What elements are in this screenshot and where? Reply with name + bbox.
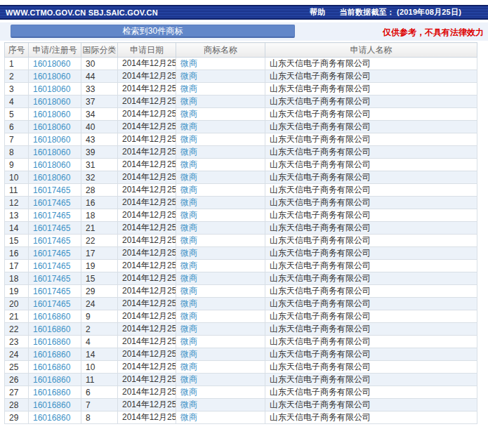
trademark-name-link[interactable]: 微商 (180, 84, 197, 93)
cell-index: 21 (5, 310, 29, 323)
trademark-name-link[interactable]: 微商 (180, 210, 197, 220)
cell-trademark: 微商 (176, 323, 265, 336)
registration-number-link[interactable]: 16018060 (33, 135, 70, 145)
registration-number-link[interactable]: 16016860 (33, 337, 70, 347)
help-link[interactable]: 帮助 (310, 7, 325, 18)
registration-number-link[interactable]: 16017465 (33, 185, 70, 195)
table-row: 26 16016860 11 2014年12月25日 微商 山东天信电子商务有限… (5, 374, 477, 386)
trademark-name-link[interactable]: 微商 (180, 96, 197, 106)
trademark-name-link[interactable]: 微商 (180, 235, 197, 245)
result-count-button[interactable]: 检索到30件商标 (11, 25, 295, 38)
registration-number-link[interactable]: 16016860 (33, 388, 70, 397)
registration-number-link[interactable]: 16017465 (33, 249, 70, 258)
registration-number-link[interactable]: 16018060 (33, 147, 70, 157)
trademark-name-link[interactable]: 微商 (180, 362, 197, 371)
cell-applicant: 山东天信电子商务有限公司 (265, 298, 477, 310)
cell-trademark: 微商 (176, 310, 265, 323)
cell-index: 6 (5, 121, 29, 133)
cell-date: 2014年12月25日 (118, 58, 176, 70)
trademark-name-link[interactable]: 微商 (180, 134, 197, 144)
registration-number-link[interactable]: 16018060 (33, 110, 70, 119)
table-row: 28 16016860 7 2014年12月25日 微商 山东天信电子商务有限公… (5, 399, 477, 411)
registration-number-link[interactable]: 16016860 (33, 362, 70, 372)
col-header-trademark-name: 商标名称 (176, 43, 265, 58)
registration-number-link[interactable]: 16017465 (33, 286, 70, 296)
registration-number-link[interactable]: 16017465 (33, 211, 70, 220)
cell-index: 15 (5, 235, 29, 247)
registration-number-link[interactable]: 16017465 (33, 274, 70, 284)
site-title: WWW.CTMO.GOV.CN SBJ.SAIC.GOV.CN (6, 8, 158, 17)
cell-index: 18 (5, 272, 29, 285)
cell-trademark: 微商 (176, 121, 265, 133)
cell-intl-class: 21 (81, 222, 118, 235)
cell-date: 2014年12月25日 (118, 146, 176, 159)
trademark-name-link[interactable]: 微商 (180, 159, 197, 169)
registration-number-link[interactable]: 16018060 (33, 59, 70, 69)
registration-number-link[interactable]: 16018060 (33, 160, 70, 170)
cell-intl-class: 22 (81, 235, 118, 247)
cell-reg-no: 16017465 (29, 272, 81, 285)
cell-applicant: 山东天信电子商务有限公司 (265, 197, 477, 209)
registration-number-link[interactable]: 16018060 (33, 122, 70, 132)
trademark-name-link[interactable]: 微商 (180, 109, 197, 119)
trademark-name-link[interactable]: 微商 (180, 58, 197, 68)
trademark-name-link[interactable]: 微商 (180, 387, 197, 397)
trademark-name-link[interactable]: 微商 (180, 197, 197, 207)
cell-reg-no: 16017465 (29, 285, 81, 298)
registration-number-link[interactable]: 16016860 (33, 400, 70, 410)
trademark-name-link[interactable]: 微商 (180, 71, 197, 81)
cell-reg-no: 16018060 (29, 58, 81, 70)
trademark-name-link[interactable]: 微商 (180, 172, 197, 182)
trademark-name-link[interactable]: 微商 (180, 273, 197, 283)
trademark-name-link[interactable]: 微商 (180, 248, 197, 258)
trademark-name-link[interactable]: 微商 (180, 336, 197, 346)
table-row: 24 16016860 14 2014年12月25日 微商 山东天信电子商务有限… (5, 348, 477, 361)
cell-intl-class: 32 (81, 171, 118, 184)
cell-applicant: 山东天信电子商务有限公司 (265, 133, 477, 146)
trademark-name-link[interactable]: 微商 (180, 324, 197, 334)
registration-number-link[interactable]: 16017465 (33, 198, 70, 208)
cell-applicant: 山东天信电子商务有限公司 (265, 247, 477, 260)
trademark-name-link[interactable]: 微商 (180, 286, 197, 296)
registration-number-link[interactable]: 16016860 (33, 375, 70, 385)
trademark-name-link[interactable]: 微商 (180, 261, 197, 270)
trademark-name-link[interactable]: 微商 (180, 412, 197, 422)
cell-date: 2014年12月25日 (118, 386, 176, 399)
trademark-name-link[interactable]: 微商 (180, 311, 197, 321)
cell-reg-no: 16017465 (29, 235, 81, 247)
cell-applicant: 山东天信电子商务有限公司 (265, 184, 477, 197)
registration-number-link[interactable]: 16017465 (33, 299, 70, 309)
cell-date: 2014年12月25日 (118, 310, 176, 323)
cell-applicant: 山东天信电子商务有限公司 (265, 310, 477, 323)
trademark-name-link[interactable]: 微商 (180, 374, 197, 384)
registration-number-link[interactable]: 16018060 (33, 72, 70, 81)
registration-number-link[interactable]: 16018060 (33, 84, 70, 94)
trademark-name-link[interactable]: 微商 (180, 400, 197, 409)
registration-number-link[interactable]: 16017465 (33, 236, 70, 246)
cell-index: 12 (5, 197, 29, 209)
trademark-name-link[interactable]: 微商 (180, 223, 197, 232)
trademark-name-link[interactable]: 微商 (180, 298, 197, 308)
registration-number-link[interactable]: 16016860 (33, 324, 70, 334)
trademark-name-link[interactable]: 微商 (180, 121, 197, 131)
cell-trademark: 微商 (176, 399, 265, 411)
registration-number-link[interactable]: 16016860 (33, 350, 70, 360)
trademark-name-link[interactable]: 微商 (180, 185, 197, 195)
cell-reg-no: 16017465 (29, 298, 81, 310)
cell-trademark: 微商 (176, 247, 265, 260)
registration-number-link[interactable]: 16017465 (33, 261, 70, 271)
registration-number-link[interactable]: 16018060 (33, 97, 70, 107)
cell-index: 14 (5, 222, 29, 235)
registration-number-link[interactable]: 16016860 (33, 413, 70, 423)
trademark-name-link[interactable]: 微商 (180, 147, 197, 157)
cell-reg-no: 16017465 (29, 209, 81, 222)
cell-index: 11 (5, 184, 29, 197)
registration-number-link[interactable]: 16016860 (33, 312, 70, 322)
registration-number-link[interactable]: 16017465 (33, 223, 70, 233)
cell-reg-no: 16016860 (29, 323, 81, 336)
cell-intl-class: 19 (81, 260, 118, 272)
registration-number-link[interactable]: 16018060 (33, 173, 70, 183)
trademark-name-link[interactable]: 微商 (180, 349, 197, 359)
cell-reg-no: 16018060 (29, 171, 81, 184)
cell-applicant: 山东天信电子商务有限公司 (265, 121, 477, 133)
